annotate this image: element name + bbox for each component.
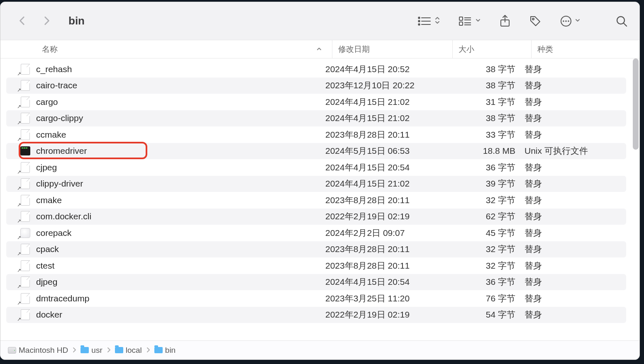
file-date: 2024年4月15日 20:52 <box>325 63 446 75</box>
executable-icon <box>20 145 31 157</box>
file-name: corepack <box>36 228 71 238</box>
svg-point-16 <box>565 20 567 22</box>
file-row[interactable]: ↗cpack2023年8月28日 20:1132 字节替身 <box>6 241 626 258</box>
file-row[interactable]: chromedriver2024年5月15日 06:5318.8 MBUnix … <box>6 143 626 160</box>
file-row[interactable]: ↗ccmake2023年8月28日 20:1133 字节替身 <box>6 126 626 143</box>
chevron-down-icon <box>475 17 481 24</box>
file-kind: 替身 <box>524 211 626 222</box>
file-kind: 替身 <box>524 309 626 320</box>
list-view-icon <box>418 16 432 27</box>
column-header-name[interactable]: 名称 <box>0 40 332 58</box>
file-name: cargo-clippy <box>36 113 83 123</box>
file-name: cairo-trace <box>36 80 77 90</box>
column-kind-label: 种类 <box>537 44 553 55</box>
file-date: 2022年2月19日 02:19 <box>325 211 446 222</box>
file-name: c_rehash <box>36 64 72 74</box>
file-row[interactable]: ↗djpeg2024年4月15日 20:5436 字节替身 <box>6 274 626 291</box>
alias-file-icon: ↗ <box>20 129 31 141</box>
back-button[interactable] <box>17 15 29 27</box>
file-row[interactable]: ↗c_rehash2024年4月15日 20:5238 字节替身 <box>6 61 626 78</box>
window-title: bin <box>68 15 410 27</box>
file-name: chromedriver <box>36 146 87 156</box>
file-list[interactable]: ↗c_rehash2024年4月15日 20:5238 字节替身↗cairo-t… <box>0 58 639 340</box>
file-date: 2024年4月15日 21:02 <box>325 112 446 124</box>
alias-file-icon: ↗ <box>20 243 31 255</box>
column-header-kind[interactable]: 种类 <box>532 40 639 58</box>
file-row[interactable]: ↗cargo-clippy2024年4月15日 21:0238 字节替身 <box>6 110 626 127</box>
view-mode-button[interactable] <box>418 16 440 27</box>
file-date: 2023年8月28日 20:11 <box>325 260 446 272</box>
alias-file-icon: ↗ <box>20 293 31 304</box>
file-row[interactable]: ↗clippy-driver2024年4月15日 21:0239 字节替身 <box>6 176 626 192</box>
scrollbar-thumb[interactable] <box>633 58 639 150</box>
file-size: 45 字节 <box>446 227 524 239</box>
more-icon <box>560 15 572 27</box>
file-name: cjpeg <box>36 163 57 172</box>
file-name: ctest <box>36 261 54 271</box>
column-size-label: 大小 <box>459 44 474 55</box>
group-icon <box>459 16 473 27</box>
file-row[interactable]: ↗dmtracedump2023年3月25日 11:2076 字节替身 <box>6 290 626 307</box>
svg-point-5 <box>418 24 420 25</box>
file-row[interactable]: ↗corepack2024年2月2日 09:0745 字节替身 <box>6 225 626 241</box>
file-size: 38 字节 <box>446 80 524 91</box>
file-size: 33 字节 <box>446 129 524 141</box>
toolbar: bin <box>0 2 639 40</box>
forward-button[interactable] <box>41 15 53 27</box>
alias-file-icon: ↗ <box>20 276 31 288</box>
path-segment[interactable]: usr <box>80 346 102 355</box>
alias-file-icon: ↗ <box>20 194 31 206</box>
path-segment[interactable]: Macintosh HD <box>8 346 68 355</box>
column-header-date[interactable]: 修改日期 <box>332 40 453 58</box>
tag-button[interactable] <box>529 15 542 27</box>
column-name-label: 名称 <box>42 44 58 55</box>
group-by-button[interactable] <box>459 16 481 27</box>
file-row[interactable]: ↗docker2022年2月19日 02:1954 字节替身 <box>6 307 626 323</box>
file-date: 2023年8月28日 20:11 <box>325 129 446 141</box>
path-separator-icon <box>71 346 77 355</box>
file-name: clippy-driver <box>36 179 83 189</box>
column-header-size[interactable]: 大小 <box>453 40 532 58</box>
file-name: djpeg <box>36 277 57 287</box>
file-name: cmake <box>36 195 62 205</box>
file-kind: 替身 <box>524 227 626 239</box>
action-menu-button[interactable] <box>560 15 581 27</box>
svg-point-15 <box>563 20 564 22</box>
file-row[interactable]: ↗cmake2023年8月28日 20:1132 字节替身 <box>6 192 626 209</box>
file-size: 38 字节 <box>446 63 524 75</box>
alias-file-icon: ↗ <box>20 211 31 222</box>
path-segment[interactable]: local <box>115 346 142 355</box>
file-name: ccmake <box>36 130 66 140</box>
file-size: 38 字节 <box>446 112 524 124</box>
column-date-label: 修改日期 <box>338 44 370 55</box>
file-size: 76 字节 <box>446 293 524 304</box>
file-kind: 替身 <box>524 96 626 108</box>
svg-point-3 <box>418 17 420 18</box>
path-segment[interactable]: bin <box>154 346 176 355</box>
updown-icon <box>434 16 440 26</box>
file-row[interactable]: ↗cjpeg2024年4月15日 20:5436 字节替身 <box>6 159 626 176</box>
search-button[interactable] <box>615 15 628 27</box>
finder-window: bin <box>0 2 640 360</box>
file-date: 2023年8月28日 20:11 <box>325 243 446 255</box>
file-size: 62 字节 <box>446 211 524 222</box>
sort-ascending-icon <box>316 45 326 54</box>
file-row[interactable]: ↗cairo-trace2023年12月10日 20:2238 字节替身 <box>6 78 626 94</box>
file-name: cpack <box>36 244 59 254</box>
file-name: cargo <box>36 97 58 107</box>
file-size: 32 字节 <box>446 243 524 255</box>
file-date: 2024年4月15日 21:02 <box>325 178 446 189</box>
file-row[interactable]: ↗cargo2024年4月15日 21:0231 字节替身 <box>6 94 626 110</box>
file-kind: 替身 <box>524 162 626 173</box>
path-label: usr <box>91 346 102 355</box>
alias-file-icon: ↗ <box>20 309 31 320</box>
path-label: local <box>126 346 142 355</box>
file-size: 18.8 MB <box>446 146 524 156</box>
file-row[interactable]: ↗com.docker.cli2022年2月19日 02:1962 字节替身 <box>6 209 626 225</box>
share-button[interactable] <box>499 15 511 27</box>
file-row[interactable]: ↗ctest2023年8月28日 20:1132 字节替身 <box>6 257 626 274</box>
file-date: 2024年5月15日 06:53 <box>325 145 446 157</box>
svg-point-4 <box>418 20 420 22</box>
file-kind: 替身 <box>524 276 626 288</box>
file-size: 32 字节 <box>446 194 524 206</box>
